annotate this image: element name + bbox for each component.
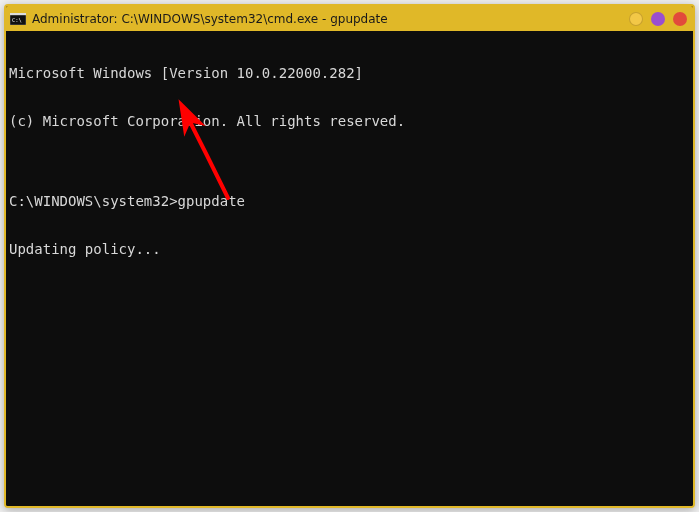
terminal-body[interactable]: Microsoft Windows [Version 10.0.22000.28… [6, 31, 693, 506]
terminal-status-line: Updating policy... [9, 241, 690, 257]
terminal-line: (c) Microsoft Corporation. All rights re… [9, 113, 690, 129]
window-controls [629, 12, 687, 26]
minimize-button[interactable] [629, 12, 643, 26]
svg-rect-1 [10, 13, 26, 15]
titlebar[interactable]: C:\ Administrator: C:\WINDOWS\system32\c… [6, 6, 693, 31]
terminal-prompt-line: C:\WINDOWS\system32>gpupdate [9, 193, 690, 209]
window-title: Administrator: C:\WINDOWS\system32\cmd.e… [32, 12, 629, 26]
cmd-icon: C:\ [10, 12, 26, 26]
terminal-line: Microsoft Windows [Version 10.0.22000.28… [9, 65, 690, 81]
cmd-window: C:\ Administrator: C:\WINDOWS\system32\c… [4, 4, 695, 508]
svg-text:C:\: C:\ [12, 17, 22, 23]
maximize-button[interactable] [651, 12, 665, 26]
close-button[interactable] [673, 12, 687, 26]
